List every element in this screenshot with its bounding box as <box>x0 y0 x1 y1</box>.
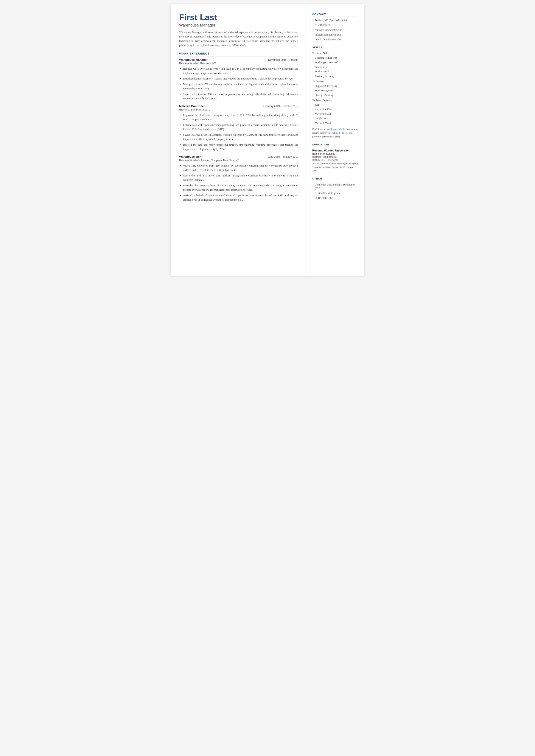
job-bullets-2: Improved the stockroom issuing accuracy … <box>179 113 298 151</box>
bullet-3-4: Assisted with the loading/unloading of 3… <box>179 193 298 202</box>
other-item-3: OSHA 10 Certified. <box>312 196 358 200</box>
contact-email: email@resumeworded.com <box>312 28 358 32</box>
bullet-3-3: Recorded the inventory level of 3K incom… <box>179 183 298 192</box>
skill-store-management: Store Management <box>312 89 358 92</box>
contact-linkedin: linkedin.com/in/username <box>312 33 358 37</box>
techniques-label: Techniques: <box>312 80 358 83</box>
skill-microsoft-office: Microsoft Office <box>312 108 358 111</box>
job-dates-1: November 2015 – Present <box>268 58 298 61</box>
bullet-1-2: Introduced 2 new inventory systems that … <box>179 76 298 81</box>
promo-text-before: Don't forget to use <box>312 128 330 131</box>
right-column: CONTACT Portland, ME (Open to Remote) +1… <box>306 4 364 276</box>
other-item-2: Certified Forklift Operator <box>312 191 358 195</box>
work-experience-section: WORK EXPERIENCE Warehouse Manager Novemb… <box>179 52 298 202</box>
work-experience-title: WORK EXPERIENCE <box>179 52 298 56</box>
bullet-3-1: Vetted 12K deliveries from 250 vendors b… <box>179 163 298 172</box>
other-section: OTHER Certified in Warehousing & Distrib… <box>312 177 358 200</box>
contact-list: Portland, ME (Open to Remote) +1-234-456… <box>312 18 358 42</box>
edu-school: Resume Worded University <box>312 149 358 152</box>
job-dates-2: February 2013 – October 2015 <box>263 105 298 108</box>
promo-link[interactable]: Resume Worded <box>330 128 346 131</box>
contact-location: Portland, ME (Open to Remote) <box>312 18 358 22</box>
left-column: First Last Warehouse Manager Warehouse M… <box>171 4 306 276</box>
bullet-3-2: Operated 3 forklifts to move 72.5K produ… <box>179 173 298 182</box>
job-block-1: Warehouse Manager November 2015 – Presen… <box>179 58 298 101</box>
summary-text: Warehouse Manager with over 10 years of … <box>179 30 298 47</box>
job-header-1: Warehouse Manager November 2015 – Presen… <box>179 58 298 61</box>
skill-google-docs: Google Docs <box>312 117 358 120</box>
skill-microsoft-word: Microsoft Word <box>312 121 358 125</box>
skill-inventory-accuracy: Inventory Accuracy <box>312 74 358 78</box>
contact-phone: +1-234-456-789 <box>312 23 358 27</box>
other-list: Certified in Warehousing & Distribution … <box>312 183 358 200</box>
bullet-2-1: Improved the stockroom issuing accuracy … <box>179 113 298 122</box>
bullet-1-4: Supervised a team of 350 warehouse emplo… <box>179 92 298 101</box>
bullet-2-4: Boosted the data and report processing t… <box>179 143 298 151</box>
other-item-1: Certified in Warehousing & Distribution … <box>312 183 358 190</box>
job-block-3: Warehouse clerk June 2010 – January 2013… <box>179 155 298 202</box>
contact-github: github.com/resumeworded <box>312 38 358 42</box>
education-title: EDUCATION <box>312 143 358 147</box>
edu-block: Resume Worded University Bachelor of Sci… <box>312 149 358 173</box>
skill-procurement: Procurement <box>312 65 358 69</box>
edu-field: Business Administration <box>312 156 358 158</box>
contact-section: CONTACT Portland, ME (Open to Remote) +1… <box>312 13 358 42</box>
education-section: EDUCATION Resume Worded University Bache… <box>312 143 358 173</box>
techniques-list: Shipping & Receiving Store Management St… <box>312 84 358 97</box>
skills-title: SKILLS <box>312 46 358 50</box>
job-bullets-1: Reduced OSHA violations from 7 in 2 year… <box>179 67 298 101</box>
tools-list: SAP Microsoft Office Microsoft Excel Goo… <box>312 103 358 125</box>
promo-block: Don't forget to use Resume Worded to sca… <box>312 127 358 139</box>
job-title-1: Warehouse Manager <box>179 58 208 61</box>
skill-microsoft-excel: Microsoft Excel <box>312 112 358 116</box>
technical-skills-list: Coaching (Advanced) Stocking (Experience… <box>312 56 358 78</box>
resume-page: First Last Warehouse Manager Warehouse M… <box>171 4 364 276</box>
job-bullets-3: Vetted 12K deliveries from 250 vendors b… <box>179 163 298 202</box>
tools-label: Tools and Software: <box>312 99 358 102</box>
bullet-2-2: Collaborated with 7 units including purc… <box>179 123 298 131</box>
name: First Last <box>179 13 298 22</box>
edu-degree: Bachelor of Science <box>312 152 358 155</box>
job-block-2: Material Controller February 2013 – Octo… <box>179 104 298 151</box>
contact-title: CONTACT <box>312 13 358 17</box>
skill-stock-control: Stock Control <box>312 70 358 73</box>
edu-awards: Awards: Resume Worded Teaching Fellow (o… <box>312 162 358 173</box>
bullet-1-3: Managed a team of 78 warehouse associate… <box>179 82 298 91</box>
skill-strategic-planning: Strategic Planning <box>312 93 358 97</box>
job-title-header: Warehouse Manager <box>179 23 298 28</box>
job-company-1: Resume Worded, New York, NY <box>179 62 298 65</box>
skill-stocking: Stocking (Experienced) <box>312 61 358 64</box>
bullet-2-3: Saved Growthsi $720K in quarterly trucki… <box>179 133 298 141</box>
job-header-3: Warehouse clerk June 2010 – January 2013 <box>179 155 298 159</box>
job-header-2: Material Controller February 2013 – Octo… <box>179 104 298 108</box>
skill-coaching: Coaching (Advanced) <box>312 56 358 60</box>
job-dates-3: June 2010 – January 2013 <box>268 155 298 159</box>
skill-shipping-receiving: Shipping & Receiving <box>312 84 358 88</box>
skill-sap: SAP <box>312 103 358 107</box>
bullet-1-1: Reduced OSHA violations from 7 in 2 year… <box>179 67 298 75</box>
technical-skills-label: Technical Skills: <box>312 52 358 55</box>
job-company-2: Growthsi, San Francisco, CA <box>179 108 298 111</box>
edu-location: Boston, MA — May 2010 <box>312 159 358 161</box>
other-title: OTHER <box>312 177 358 181</box>
job-title-2: Material Controller <box>179 104 205 108</box>
job-company-3: Resume Worded's Exciting Company, New Yo… <box>179 159 298 162</box>
skills-section: SKILLS Technical Skills: Coaching (Advan… <box>312 46 358 138</box>
job-title-3: Warehouse clerk <box>179 155 203 159</box>
